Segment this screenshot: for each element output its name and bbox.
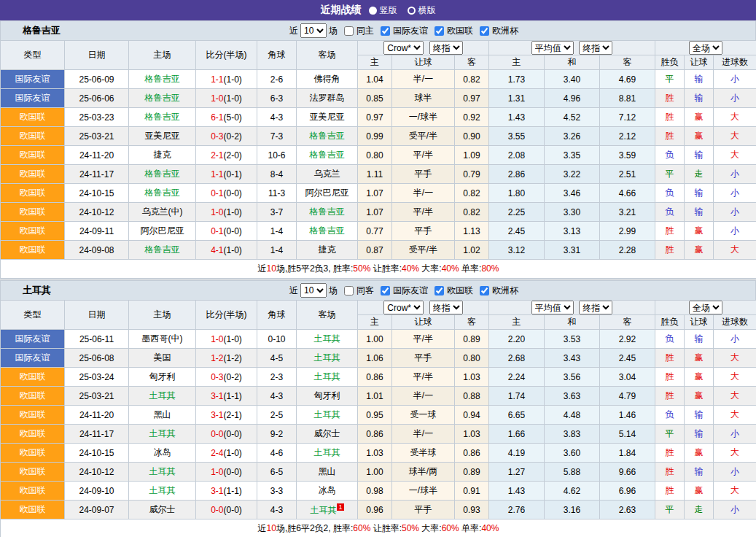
handicap-line: 平/半: [392, 368, 455, 387]
final-odds-select-1[interactable]: 终指: [429, 301, 463, 314]
bookmaker-select[interactable]: Crow*: [383, 41, 424, 55]
avg-away-odds: 1.46: [600, 406, 655, 425]
nations-league-checkbox[interactable]: [434, 26, 444, 36]
radio-selected-icon[interactable]: [369, 7, 377, 15]
bookmaker-select-group: Crow* 终指: [358, 41, 489, 55]
col-date: 日期: [65, 41, 129, 70]
avg-away-odds: 5.14: [600, 425, 655, 444]
near-label: 近: [289, 25, 298, 37]
match-score: 1-0(1-0): [196, 89, 257, 108]
final-odds-select-1[interactable]: 终指: [429, 41, 463, 55]
away-team: 匈牙利: [297, 387, 358, 406]
average-select[interactable]: 平均值: [531, 301, 574, 314]
avg-draw-odds: 3.56: [545, 368, 600, 387]
match-row: 国际友谊25-06-08美国1-2(1-2)4-5土耳其1.06平手0.802.…: [1, 349, 756, 368]
home-team: 匈牙利: [129, 368, 196, 387]
col-corner: 角球: [257, 41, 297, 70]
final-odds-select-2[interactable]: 终指: [579, 301, 612, 314]
avg-away-odds: 6.96: [600, 482, 655, 501]
handicap-result: 走: [685, 165, 714, 184]
nations-league-label: 欧国联: [447, 285, 473, 297]
handicap-result: 赢: [685, 349, 714, 368]
avg-draw-odds: 3.40: [545, 70, 600, 89]
handicap-home-odds: 0.80: [358, 146, 392, 165]
final-odds-select-2[interactable]: 终指: [579, 41, 612, 55]
friendly-checkbox[interactable]: [381, 286, 390, 295]
corner-score: 6-3: [257, 89, 297, 108]
same-home-checkbox[interactable]: [344, 26, 354, 36]
away-team: 格鲁吉亚: [297, 203, 358, 222]
title-bar: 近期战绩 竖版 横版: [0, 0, 756, 20]
avg-draw-odds: 3.16: [545, 501, 600, 519]
home-team: 威尔士: [129, 501, 196, 519]
match-result: 负: [655, 146, 685, 165]
handicap-home-odds: 0.95: [358, 406, 392, 425]
fulltime-select[interactable]: 全场: [689, 301, 722, 314]
competition-badge: 欧国联: [1, 241, 65, 260]
match-row: 欧国联24-11-17格鲁吉亚1-1(0-1)8-4乌克兰1.11平手0.792…: [1, 165, 756, 184]
match-row: 欧国联25-03-23格鲁吉亚6-1(5-0)4-3亚美尼亚0.97一/球半0.…: [1, 108, 756, 127]
nations-league-checkbox[interactable]: [434, 286, 444, 295]
handicap-home-odds: 0.97: [358, 108, 392, 127]
avg-draw-odds: 4.52: [545, 108, 600, 127]
avg-away-odds: 2.28: [600, 241, 655, 260]
avg-home-odds: 1.43: [489, 108, 545, 127]
match-date: 24-09-10: [65, 482, 129, 501]
page-title: 近期战绩: [321, 4, 362, 17]
fulltime-select[interactable]: 全场: [689, 41, 722, 55]
handicap-home-odds: 0.96: [358, 501, 392, 519]
euro-checkbox[interactable]: [480, 26, 489, 36]
col-score: 比分(半场): [196, 301, 257, 330]
col-goals: 进球数: [714, 55, 756, 70]
avg-draw-odds: 4.48: [545, 406, 600, 425]
home-team: 亚美尼亚: [129, 127, 196, 146]
handicap-home-odds: 1.11: [358, 165, 392, 184]
match-result: 平: [655, 501, 685, 519]
games-count-select[interactable]: 10: [300, 283, 327, 298]
avg-home-odds: 2.76: [489, 501, 545, 519]
handicap-home-odds: 0.98: [358, 482, 392, 501]
match-result: 负: [655, 406, 685, 425]
match-date: 25-06-11: [65, 330, 129, 349]
handicap-result: 赢: [685, 482, 714, 501]
radio-horizontal-layout[interactable]: 横版: [408, 4, 436, 17]
friendly-checkbox[interactable]: [381, 26, 390, 36]
corner-score: 2-5: [257, 406, 297, 425]
euro-checkbox[interactable]: [480, 286, 489, 295]
handicap-line: 球半/两: [392, 463, 455, 482]
col-odds-home: 主: [358, 315, 392, 330]
section-header-turkey: 土耳其 近 10 场 同客 国际友谊 欧国联 欧洲杯: [0, 280, 756, 300]
competition-badge: 欧国联: [1, 501, 65, 519]
layout-radio-group: 竖版 横版: [369, 4, 436, 17]
handicap-result: 赢: [685, 222, 714, 241]
handicap-line: 受一球: [392, 406, 455, 425]
match-row: 欧国联24-10-12乌克兰(中)1-0(1-0)3-7格鲁吉亚1.07平/半0…: [1, 203, 756, 222]
same-away-checkbox[interactable]: [344, 286, 354, 295]
away-team: 阿尔巴尼亚: [297, 184, 358, 203]
goals-result: 小: [714, 501, 756, 519]
match-result: 负: [655, 184, 685, 203]
match-score: 1-0(1-0): [196, 203, 257, 222]
radio-vertical-layout[interactable]: 竖版: [369, 4, 397, 17]
handicap-home-odds: 1.03: [358, 444, 392, 463]
match-date: 24-10-12: [65, 463, 129, 482]
avg-draw-odds: 3.60: [545, 444, 600, 463]
handicap-home-odds: 0.86: [358, 368, 392, 387]
competition-badge: 国际友谊: [1, 70, 65, 89]
handicap-result: 赢: [685, 108, 714, 127]
games-count-select[interactable]: 10: [300, 23, 327, 38]
average-select[interactable]: 平均值: [531, 41, 574, 55]
radio-unselected-icon[interactable]: [408, 7, 416, 15]
handicap-away-odds: 0.86: [455, 444, 489, 463]
avg-away-odds: 9.66: [600, 463, 655, 482]
match-row: 欧国联24-09-11阿尔巴尼亚0-1(0-0)1-4格鲁吉亚0.77平手1.1…: [1, 222, 756, 241]
handicap-result: 输: [685, 330, 714, 349]
avg-home-odds: 1.31: [489, 89, 545, 108]
match-date: 24-11-20: [65, 146, 129, 165]
competition-badge: 欧国联: [1, 482, 65, 501]
col-home: 主场: [129, 41, 196, 70]
avg-draw-odds: 3.53: [545, 330, 600, 349]
col-avg-away: 客: [600, 55, 655, 70]
match-score: 1-1(1-0): [196, 70, 257, 89]
bookmaker-select[interactable]: Crow*: [383, 301, 424, 314]
